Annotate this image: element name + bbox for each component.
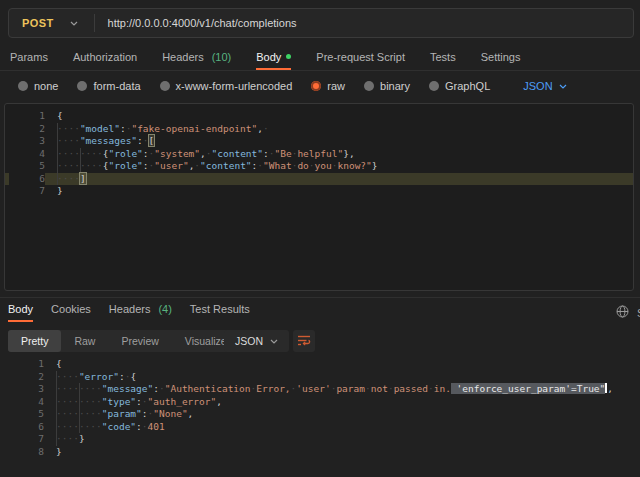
indent-guide bbox=[57, 135, 58, 148]
body-mode-raw[interactable]: raw bbox=[311, 80, 345, 92]
code-token: 401 bbox=[148, 421, 165, 432]
response-tab-body[interactable]: Body bbox=[8, 303, 33, 321]
code-token: · bbox=[143, 135, 149, 146]
tab-label: Authorization bbox=[73, 51, 137, 63]
body-mode-binary[interactable]: binary bbox=[364, 80, 410, 92]
radio-icon bbox=[364, 81, 374, 91]
code-token: "None" bbox=[153, 408, 187, 419]
code-token: you bbox=[315, 160, 332, 171]
line-number: 1 bbox=[8, 358, 44, 371]
line-number: 4 bbox=[9, 148, 45, 161]
code-token: , bbox=[188, 408, 194, 419]
line-number: 3 bbox=[9, 135, 45, 148]
radio-icon bbox=[77, 81, 87, 91]
request-language-dropdown[interactable]: JSON bbox=[523, 80, 566, 92]
tab-headers[interactable]: Headers(10) bbox=[162, 51, 231, 69]
tab-label: Body bbox=[256, 51, 281, 63]
code-token: 'user' bbox=[296, 383, 330, 394]
indent-guide bbox=[57, 160, 58, 173]
tab-params[interactable]: Params bbox=[10, 51, 48, 69]
code-token: ···· bbox=[57, 123, 80, 134]
code-token: "auth_error" bbox=[148, 396, 217, 407]
code-line: 4········{"role":·"system",·"content":·"… bbox=[5, 148, 633, 161]
code-line: 7} bbox=[5, 185, 633, 198]
code-token: "role" bbox=[109, 148, 143, 159]
divider bbox=[0, 70, 640, 71]
tab-authorization[interactable]: Authorization bbox=[73, 51, 137, 69]
line-number: 1 bbox=[9, 110, 45, 123]
chevron-down-icon[interactable] bbox=[70, 21, 78, 26]
response-tab-cookies[interactable]: Cookies bbox=[51, 303, 91, 321]
code-token: ···· bbox=[57, 173, 80, 184]
indent-guide bbox=[56, 421, 57, 434]
code-token: ···· bbox=[57, 135, 80, 146]
tab-label: Params bbox=[10, 51, 48, 63]
code-token: "Authentication bbox=[165, 383, 251, 394]
line-content: } bbox=[45, 185, 633, 198]
tab-pre-request-script[interactable]: Pre-request Script bbox=[316, 51, 405, 69]
response-tab-headers[interactable]: Headers(4) bbox=[109, 303, 172, 321]
line-number: 6 bbox=[9, 173, 45, 186]
view-mode-preview[interactable]: Preview bbox=[108, 330, 171, 352]
code-token: "param" bbox=[102, 408, 142, 419]
code-line: 7····} bbox=[4, 433, 636, 446]
response-language-dropdown[interactable]: JSON bbox=[224, 330, 289, 352]
indent-guide bbox=[56, 408, 57, 421]
code-token: }, bbox=[343, 148, 354, 159]
wrap-lines-button[interactable] bbox=[293, 330, 315, 352]
request-body-editor[interactable]: 1{2····"model":·"fake-openai-endpoint",·… bbox=[4, 103, 634, 291]
code-token: in. bbox=[434, 383, 451, 394]
view-mode-pretty[interactable]: Pretty bbox=[8, 330, 61, 352]
code-token: "content" bbox=[212, 148, 263, 159]
view-mode-raw[interactable]: Raw bbox=[61, 330, 108, 352]
response-tab-test-results[interactable]: Test Results bbox=[190, 303, 250, 321]
tab-label: Tests bbox=[430, 51, 456, 63]
code-token: "role" bbox=[109, 160, 143, 171]
code-line: 3····"messages":·[ bbox=[5, 135, 633, 148]
tab-label: Test Results bbox=[190, 303, 250, 315]
code-token: , bbox=[607, 383, 613, 394]
tab-body[interactable]: Body bbox=[256, 51, 291, 69]
body-mode-none[interactable]: none bbox=[18, 80, 58, 92]
code-line: 2····"error":·{ bbox=[4, 371, 636, 384]
line-content: ········{"role":·"user",·"content":·"Wha… bbox=[45, 160, 633, 173]
tab-settings[interactable]: Settings bbox=[481, 51, 521, 69]
url-input[interactable]: http://0.0.0.0:4000/v1/chat/completions bbox=[95, 17, 297, 29]
code-line: 2····"model":·"fake-openai-endpoint",· bbox=[5, 123, 633, 136]
code-token: "Be bbox=[274, 148, 291, 159]
body-mode-graphql[interactable]: GraphQL bbox=[429, 80, 490, 92]
indent-guide bbox=[79, 421, 80, 434]
unsaved-dot-icon bbox=[286, 54, 291, 59]
code-line: 8} bbox=[4, 446, 636, 459]
code-token: ···· bbox=[56, 371, 79, 382]
code-line: 6········"code":·401 bbox=[4, 421, 636, 434]
code-token: ] bbox=[80, 173, 86, 184]
selected-text: 'enforce_user_param'=True" bbox=[451, 383, 605, 394]
code-token: "system" bbox=[154, 148, 200, 159]
indent-guide bbox=[80, 160, 81, 173]
response-header-right: S bbox=[616, 304, 640, 322]
tab-label: Headers bbox=[162, 51, 204, 63]
response-body-editor[interactable]: 1{2····"error":·{3········"message":·"Au… bbox=[4, 358, 636, 470]
body-mode-options: noneform-datax-www-form-urlencodedrawbin… bbox=[18, 76, 567, 96]
line-content: ········"type":·"auth_error", bbox=[44, 396, 636, 409]
tab-tests[interactable]: Tests bbox=[430, 51, 456, 69]
line-number: 3 bbox=[8, 383, 44, 396]
word-wrap-icon bbox=[297, 332, 311, 350]
code-token: , bbox=[216, 396, 222, 407]
body-mode-x-www-form-urlencoded[interactable]: x-www-form-urlencoded bbox=[160, 80, 293, 92]
method-selector[interactable]: POST bbox=[9, 17, 70, 29]
code-token: "What bbox=[263, 160, 292, 171]
indent-guide bbox=[57, 173, 58, 186]
code-line: 5········{"role":·"user",·"content":·"Wh… bbox=[5, 160, 633, 173]
globe-icon[interactable] bbox=[616, 304, 629, 322]
indent-guide bbox=[56, 371, 57, 384]
code-token: } bbox=[79, 433, 85, 444]
indent-guide bbox=[56, 383, 57, 396]
indent-guide bbox=[79, 383, 80, 396]
body-mode-form-data[interactable]: form-data bbox=[77, 80, 140, 92]
radio-icon bbox=[18, 81, 28, 91]
line-content: { bbox=[45, 110, 633, 123]
mode-label: GraphQL bbox=[445, 80, 490, 92]
code-token: "model" bbox=[80, 123, 120, 134]
